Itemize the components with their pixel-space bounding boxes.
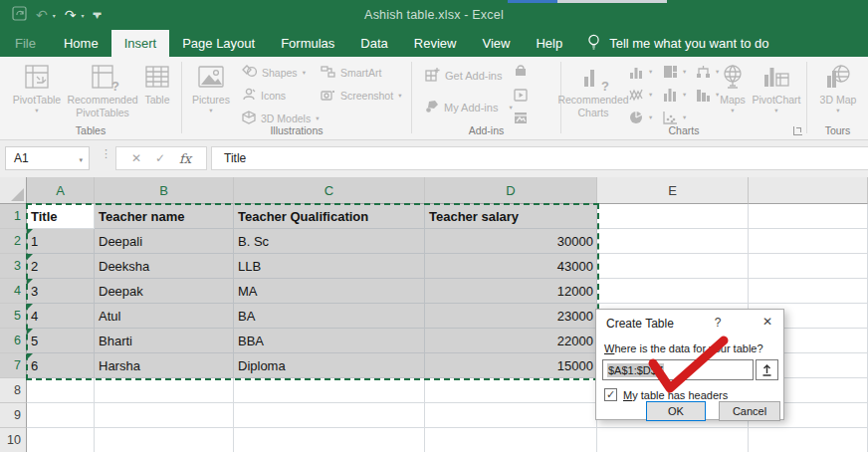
cell-D6[interactable]: 22000 (425, 329, 597, 353)
pie-chart-icon[interactable]: ▾ (629, 109, 652, 125)
ok-button[interactable]: OK (646, 401, 706, 421)
cancel-entry-icon[interactable]: ✕ (131, 151, 141, 165)
scatter-chart-icon[interactable]: ▾ (663, 109, 686, 125)
charts-dialog-launcher-icon[interactable] (793, 126, 802, 135)
dialog-help-button[interactable]: ? (710, 316, 726, 330)
tab-insert[interactable]: Insert (111, 30, 170, 57)
cancel-button[interactable]: Cancel (719, 401, 780, 421)
cell-B5[interactable]: Atul (95, 304, 234, 329)
cell-B9[interactable] (95, 403, 234, 428)
row-header-1[interactable]: 1 (0, 204, 27, 229)
name-box[interactable]: A1 ▾ (5, 146, 90, 170)
store-mini-icon[interactable] (514, 62, 528, 79)
line-chart-icon[interactable]: ▾ (629, 86, 652, 103)
row-header-3[interactable]: 3 (0, 254, 27, 279)
column-header-C[interactable]: C (234, 177, 425, 204)
video-mini-icon[interactable] (514, 87, 528, 104)
tab-home[interactable]: Home (51, 30, 111, 57)
my-add-ins-button[interactable]: My Add-ins▾ (425, 99, 513, 115)
screenshot-button[interactable]: Screenshot▾ (321, 87, 401, 104)
insert-function-icon[interactable]: fx (179, 151, 191, 166)
cell-C1[interactable]: Teacher Qualification (234, 204, 425, 229)
cell-E2[interactable] (597, 229, 749, 254)
cell-E1[interactable] (597, 204, 749, 229)
cell-A3[interactable]: 2 (27, 254, 95, 279)
cell-A8[interactable] (27, 378, 95, 403)
cell-D5[interactable]: 23000 (425, 304, 597, 329)
tab-file[interactable]: File (0, 30, 51, 57)
cell-A5[interactable]: 4 (27, 304, 95, 329)
cell-D8[interactable] (425, 378, 597, 403)
my-table-has-headers-checkbox[interactable]: ✓ (604, 388, 617, 401)
column-header-A[interactable]: A (27, 177, 95, 204)
pivottable-button[interactable]: PivotTable▾ (8, 61, 66, 113)
enter-entry-icon[interactable]: ✓ (155, 151, 165, 165)
recommended-pivottables-button[interactable]: ? Recommended PivotTables (64, 61, 141, 118)
dialog-close-button[interactable]: ✕ (758, 315, 777, 329)
cell-F10[interactable] (749, 428, 868, 452)
cell-A1[interactable]: Title (27, 204, 95, 229)
cell-B10[interactable] (95, 428, 234, 452)
cell-B7[interactable]: Harsha (95, 353, 234, 378)
formula-bar-input[interactable]: Title (211, 146, 868, 170)
cell-A7[interactable]: 6 (27, 353, 95, 378)
shapes-button[interactable]: Shapes▾ (242, 64, 306, 81)
treemap-chart-icon[interactable]: ▾ (663, 63, 686, 80)
tab-data[interactable]: Data (347, 30, 400, 57)
cell-D3[interactable]: 43000 (425, 254, 597, 279)
bar-chart-icon[interactable]: ▾ (663, 86, 686, 103)
tab-review[interactable]: Review (401, 30, 470, 57)
get-add-ins-button[interactable]: Get Add-ins (425, 67, 502, 84)
column-chart-icon[interactable]: ▾ (629, 63, 652, 80)
cell-B4[interactable]: Deepak (95, 279, 234, 304)
row-header-7[interactable]: 7 (0, 353, 27, 378)
cell-C3[interactable]: LLB (234, 254, 425, 279)
cell-D4[interactable]: 12000 (425, 279, 597, 304)
table-range-input[interactable]: $A$1:$D$7 (602, 359, 754, 380)
cell-A4[interactable]: 3 (27, 279, 95, 304)
cell-C4[interactable]: MA (234, 279, 425, 304)
cell-C8[interactable] (234, 378, 425, 403)
tab-page-layout[interactable]: Page Layout (169, 30, 268, 57)
smartart-button[interactable]: SmartArt (321, 64, 381, 81)
cell-D2[interactable]: 30000 (425, 229, 597, 254)
cell-F1[interactable] (749, 204, 868, 229)
cell-B6[interactable]: Bharti (95, 329, 234, 353)
cell-A2[interactable]: 1 (27, 229, 95, 254)
pictures-button[interactable]: Pictures▾ (187, 61, 235, 113)
row-header-9[interactable]: 9 (0, 403, 27, 428)
maps-button[interactable]: Maps▾ (715, 61, 751, 113)
3d-map-button[interactable]: 3D Map▾ (814, 61, 862, 113)
tab-help[interactable]: Help (523, 30, 575, 57)
cell-B1[interactable]: Teacher name (95, 204, 234, 229)
row-header-4[interactable]: 4 (0, 279, 27, 304)
cell-B2[interactable]: Deepali (95, 229, 234, 254)
cell-A9[interactable] (27, 403, 95, 428)
formula-bar-resize-handle[interactable]: ⋮ (101, 148, 111, 158)
cell-C7[interactable]: Diploma (234, 353, 425, 378)
cell-A6[interactable]: 5 (27, 329, 95, 353)
cell-F4[interactable] (749, 279, 868, 304)
cell-C5[interactable]: BA (234, 304, 425, 329)
column-header-B[interactable]: B (95, 177, 234, 204)
cell-B3[interactable]: Deeksha (95, 254, 234, 279)
cell-F3[interactable] (749, 254, 868, 279)
recommended-charts-button[interactable]: ? Recommended Charts (563, 61, 623, 118)
row-header-8[interactable]: 8 (0, 378, 27, 403)
cell-E3[interactable] (597, 254, 749, 279)
tell-me-box[interactable]: Tell me what you want to do (587, 30, 768, 57)
column-header-E[interactable]: E (597, 177, 749, 204)
row-header-5[interactable]: 5 (0, 304, 27, 329)
tab-formulas[interactable]: Formulas (268, 30, 347, 57)
cell-C10[interactable] (234, 428, 425, 452)
cell-D9[interactable] (425, 403, 597, 428)
cell-D7[interactable]: 15000 (425, 353, 597, 378)
pivotchart-button[interactable]: PivotChart▾ (749, 61, 804, 113)
cell-B8[interactable] (95, 378, 234, 403)
cell-D10[interactable] (425, 428, 597, 452)
column-header-F[interactable] (749, 177, 868, 204)
name-box-dropdown-icon[interactable]: ▾ (79, 156, 83, 164)
cell-C9[interactable] (234, 403, 425, 428)
range-picker-button[interactable] (756, 359, 778, 380)
cell-C2[interactable]: B. Sc (234, 229, 425, 254)
